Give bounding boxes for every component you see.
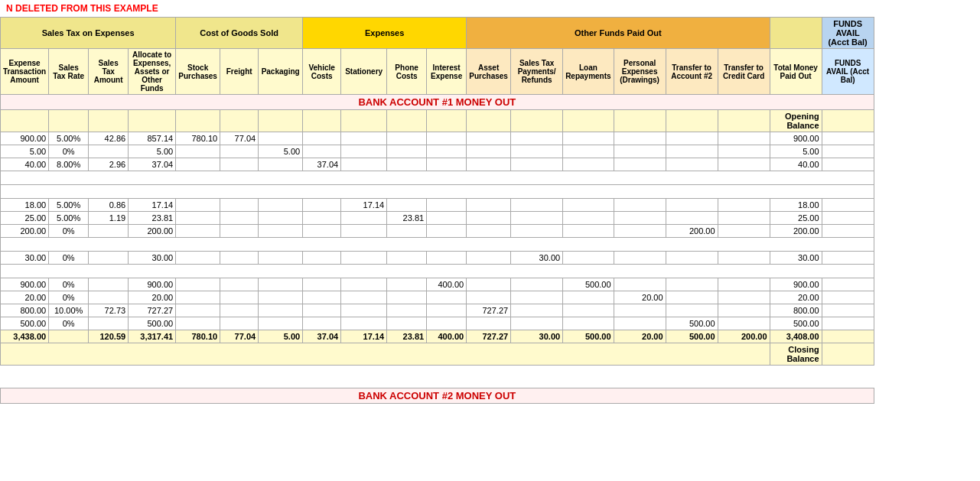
table-row: 800.00 10.00% 72.73 727.27 727.27 800.00 (1, 304, 874, 317)
main-table: Sales Tax on Expenses Cost of Goods Sold… (0, 17, 874, 404)
empty-row (1, 171, 874, 185)
total-paid-group (770, 18, 822, 49)
opening-balance-row: Opening Balance (1, 110, 874, 132)
col-total-paid: Total Money Paid Out (770, 49, 822, 95)
col-stationery: Stationery (341, 49, 387, 95)
deleted-banner: N DELETED FROM THIS EXAMPLE (0, 0, 980, 17)
col-sales-tax-amount: Sales Tax Amount (89, 49, 129, 95)
col-freight: Freight (220, 49, 259, 95)
col-phone: Phone Costs (387, 49, 427, 95)
table-row: 40.00 8.00% 2.96 37.04 37.04 40.00 (1, 158, 874, 171)
table-row: 200.00 0% 200.00 200.00 200.00 (1, 225, 874, 238)
bank1-section-header: BANK ACCOUNT #1 MONEY OUT (1, 95, 874, 110)
table-row: 18.00 5.00% 0.86 17.14 17.14 18.00 (1, 199, 874, 212)
col-vehicle: Vehicle Costs (303, 49, 341, 95)
col-interest: Interest Expense (427, 49, 467, 95)
expenses-group: Expenses (303, 18, 467, 49)
col-transfer2: Transfer to Account #2 (666, 49, 718, 95)
col-expense-transaction: Expense Transaction Amount (1, 49, 49, 95)
bank2-section-label: BANK ACCOUNT #2 MONEY OUT (1, 388, 874, 404)
cost-of-goods-group: Cost of Goods Sold (176, 18, 303, 49)
col-loan: Loan Repayments (563, 49, 614, 95)
col-asset: Asset Purchases (467, 49, 511, 95)
bank1-section-label: BANK ACCOUNT #1 MONEY OUT (1, 95, 874, 110)
table-row: 25.00 5.00% 1.19 23.81 23.81 25.00 (1, 212, 874, 225)
empty-row (1, 265, 874, 278)
table-row: 5.00 0% 5.00 5.00 5.00 (1, 145, 874, 158)
closing-balance-label: Closing Balance (770, 343, 822, 366)
totals-row: 3,438.00 120.59 3,317.41 780.10 77.04 5.… (1, 330, 874, 343)
col-sales-tax-rate: Sales Tax Rate (49, 49, 89, 95)
header-group-row: Sales Tax on Expenses Cost of Goods Sold… (1, 18, 874, 49)
empty-row (1, 238, 874, 252)
col-stock: Stock Purchases (176, 49, 220, 95)
funds-avail-group: FUNDS AVAIL (Acct Bal) (822, 18, 874, 49)
closing-balance-row: Closing Balance (1, 343, 874, 366)
col-funds-avail: FUNDS AVAIL (Acct Bal) (822, 49, 874, 95)
table-row: 20.00 0% 20.00 20.00 20.00 (1, 291, 874, 304)
table-row: 900.00 5.00% 42.86 857.14 780.10 77.04 9… (1, 132, 874, 145)
sales-tax-expenses-group: Sales Tax on Expenses (1, 18, 176, 49)
other-funds-group: Other Funds Paid Out (467, 18, 770, 49)
spreadsheet-container: Sales Tax on Expenses Cost of Goods Sold… (0, 17, 980, 404)
bank2-section-header: BANK ACCOUNT #2 MONEY OUT (1, 388, 874, 404)
empty-row (1, 185, 874, 199)
table-row: 900.00 0% 900.00 400.00 500.00 900.00 (1, 278, 874, 291)
table-row: 500.00 0% 500.00 500.00 500.00 (1, 317, 874, 330)
col-allocate: Allocate to Expenses, Assets or Other Fu… (129, 49, 176, 95)
col-sales-tax-pmts: Sales Tax Payments/ Refunds (511, 49, 563, 95)
table-row: 30.00 0% 30.00 30.00 30.00 (1, 252, 874, 265)
col-transfer-cc: Transfer to Credit Card (718, 49, 770, 95)
spacer-row (1, 366, 874, 388)
col-personal: Personal Expenses (Drawings) (614, 49, 666, 95)
col-packaging: Packaging (259, 49, 303, 95)
column-headers-row: Expense Transaction Amount Sales Tax Rat… (1, 49, 874, 95)
opening-balance-label: Opening Balance (770, 110, 822, 132)
